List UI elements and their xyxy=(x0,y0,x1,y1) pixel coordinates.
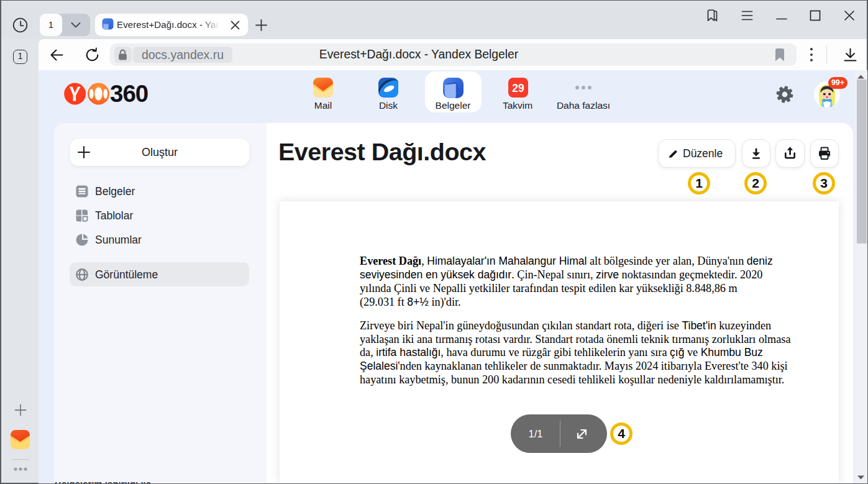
svg-text:29: 29 xyxy=(512,82,524,94)
